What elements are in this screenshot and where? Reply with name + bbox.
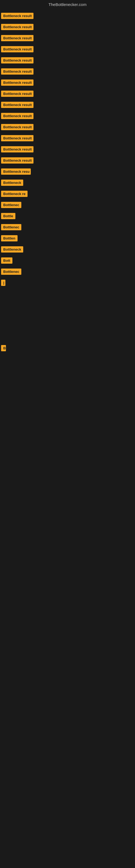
- list-item: Bottleneck result: [0, 145, 135, 155]
- bottleneck-badge[interactable]: Bottlenec: [1, 224, 21, 230]
- bottleneck-badge[interactable]: Bottleneck result: [1, 57, 34, 63]
- list-item: Bottleneck re: [0, 189, 135, 199]
- list-item: Bottleneck result: [0, 44, 135, 55]
- list-item: Bottlenec: [0, 200, 135, 211]
- list-item: Bottleneck resu: [0, 167, 135, 177]
- list-item: Bottleneck result: [0, 111, 135, 122]
- bottleneck-badge[interactable]: Bottleneck result: [1, 135, 34, 141]
- list-item: Bottleneck result: [0, 67, 135, 77]
- list-item: Bottleneck result: [0, 122, 135, 133]
- bottleneck-badge[interactable]: Bottleneck result: [1, 80, 34, 86]
- list-item: Bottleneck result: [0, 100, 135, 111]
- list-item: Bottleneck: [0, 178, 135, 188]
- list-item: Bott: [0, 256, 135, 267]
- items-container: Bottleneck result Bottleneck result Bott…: [0, 10, 135, 289]
- bottleneck-badge[interactable]: Bottleneck result: [1, 24, 34, 30]
- bottleneck-badge[interactable]: Bottlenec: [1, 202, 21, 208]
- list-item: Bottleneck result: [0, 22, 135, 33]
- list-item: Bottlenec: [0, 267, 135, 278]
- list-item: Bottleneck result: [0, 11, 135, 22]
- list-item: Bottleneck result: [0, 89, 135, 99]
- list-item: Bottlen: [0, 234, 135, 244]
- list-item: Bottlenec: [0, 222, 135, 233]
- spacer-1: [0, 289, 135, 343]
- bottleneck-badge[interactable]: Bottleneck: [1, 180, 23, 186]
- bottom-badge[interactable]: B: [1, 345, 6, 351]
- bottleneck-badge[interactable]: Bottleneck result: [1, 91, 34, 97]
- list-item: |: [0, 278, 135, 289]
- list-item: Bottleneck result: [0, 33, 135, 44]
- bottleneck-badge[interactable]: Bottleneck result: [1, 46, 34, 52]
- bottleneck-badge[interactable]: |: [1, 280, 5, 286]
- bottleneck-badge[interactable]: Bottleneck: [1, 246, 23, 252]
- bottleneck-badge[interactable]: Bottleneck re: [1, 191, 28, 197]
- bottom-list-item: B: [0, 343, 135, 354]
- bottleneck-badge[interactable]: Bottle: [1, 213, 15, 219]
- list-item: Bottleneck: [0, 245, 135, 255]
- bottleneck-badge[interactable]: Bottleneck resu: [1, 168, 31, 175]
- list-item: Bottleneck result: [0, 133, 135, 144]
- list-item: Bottleneck result: [0, 56, 135, 66]
- page-container: TheBottlenecker.com Bottleneck result Bo…: [0, 0, 135, 517]
- bottleneck-badge[interactable]: Bottlenec: [1, 269, 21, 275]
- site-name: TheBottlenecker.com: [49, 2, 87, 7]
- bottleneck-badge[interactable]: Bottleneck result: [1, 13, 34, 19]
- bottleneck-badge[interactable]: Bottleneck result: [1, 146, 34, 152]
- bottleneck-badge[interactable]: Bottleneck result: [1, 35, 34, 41]
- list-item: Bottle: [0, 211, 135, 222]
- bottleneck-badge[interactable]: Bottleneck result: [1, 102, 34, 108]
- spacer-2: [0, 354, 135, 517]
- site-header: TheBottlenecker.com: [0, 0, 135, 10]
- bottleneck-badge[interactable]: Bott: [1, 257, 12, 264]
- bottleneck-badge[interactable]: Bottleneck result: [1, 124, 34, 130]
- bottleneck-badge[interactable]: Bottleneck result: [1, 68, 34, 74]
- bottleneck-badge[interactable]: Bottlen: [1, 235, 17, 241]
- list-item: Bottleneck result: [0, 156, 135, 166]
- list-item: Bottleneck result: [0, 78, 135, 88]
- bottleneck-badge[interactable]: Bottleneck result: [1, 157, 34, 163]
- bottleneck-badge[interactable]: Bottleneck result: [1, 113, 34, 119]
